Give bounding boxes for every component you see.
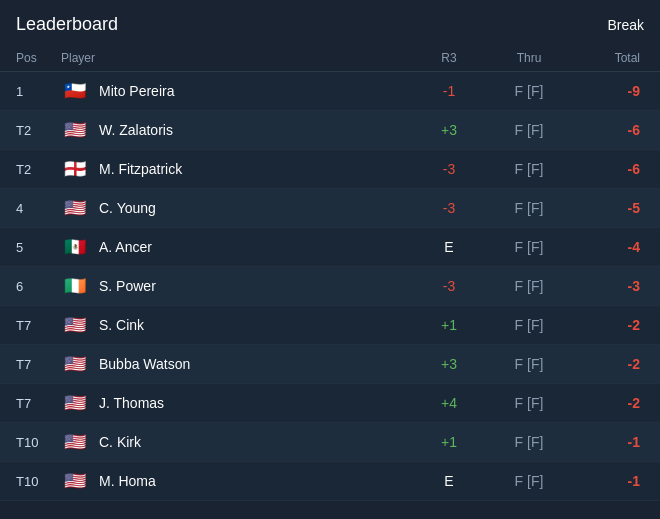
player-pos: T10 bbox=[16, 474, 61, 489]
player-total: -6 bbox=[574, 161, 644, 177]
table-row: T2 🏴󠁧󠁢󠁥󠁮󠁧󠁿 M. Fitzpatrick -3 F [F] -6 bbox=[0, 150, 660, 189]
leaderboard-header: Leaderboard Break bbox=[0, 0, 660, 45]
player-info: 🇺🇸 J. Thomas bbox=[61, 393, 414, 413]
player-pos: T7 bbox=[16, 357, 61, 372]
player-flag: 🇺🇸 bbox=[61, 315, 89, 335]
player-thru: F [F] bbox=[484, 434, 574, 450]
player-name: Mito Pereira bbox=[99, 83, 174, 99]
player-pos: T7 bbox=[16, 396, 61, 411]
player-flag: 🇺🇸 bbox=[61, 432, 89, 452]
table-row: 4 🇺🇸 C. Young -3 F [F] -5 bbox=[0, 189, 660, 228]
player-total: -1 bbox=[574, 473, 644, 489]
table-row: T2 🇺🇸 W. Zalatoris +3 F [F] -6 bbox=[0, 111, 660, 150]
table-row: 6 🇮🇪 S. Power -3 F [F] -3 bbox=[0, 267, 660, 306]
column-headers: Pos Player R3 Thru Total bbox=[0, 45, 660, 72]
leaderboard-container: Leaderboard Break Pos Player R3 Thru Tot… bbox=[0, 0, 660, 501]
player-thru: F [F] bbox=[484, 239, 574, 255]
player-flag: 🇺🇸 bbox=[61, 120, 89, 140]
player-info: 🇺🇸 Bubba Watson bbox=[61, 354, 414, 374]
player-name: M. Homa bbox=[99, 473, 156, 489]
col-header-total: Total bbox=[574, 51, 644, 65]
col-header-player: Player bbox=[61, 51, 414, 65]
break-label: Break bbox=[607, 17, 644, 33]
player-thru: F [F] bbox=[484, 473, 574, 489]
player-name: W. Zalatoris bbox=[99, 122, 173, 138]
player-info: 🇮🇪 S. Power bbox=[61, 276, 414, 296]
player-name: Bubba Watson bbox=[99, 356, 190, 372]
table-row: 1 🇨🇱 Mito Pereira -1 F [F] -9 bbox=[0, 72, 660, 111]
player-flag: 🏴󠁧󠁢󠁥󠁮󠁧󠁿 bbox=[61, 159, 89, 179]
player-r3: -3 bbox=[414, 161, 484, 177]
player-r3: +3 bbox=[414, 356, 484, 372]
player-name: M. Fitzpatrick bbox=[99, 161, 182, 177]
player-pos: T2 bbox=[16, 123, 61, 138]
player-total: -3 bbox=[574, 278, 644, 294]
player-info: 🇲🇽 A. Ancer bbox=[61, 237, 414, 257]
player-pos: T2 bbox=[16, 162, 61, 177]
player-thru: F [F] bbox=[484, 317, 574, 333]
player-pos: T7 bbox=[16, 318, 61, 333]
col-header-r3: R3 bbox=[414, 51, 484, 65]
player-info: 🇺🇸 S. Cink bbox=[61, 315, 414, 335]
player-name: C. Young bbox=[99, 200, 156, 216]
player-total: -2 bbox=[574, 395, 644, 411]
leaderboard-title: Leaderboard bbox=[16, 14, 118, 35]
player-thru: F [F] bbox=[484, 161, 574, 177]
player-info: 🇺🇸 M. Homa bbox=[61, 471, 414, 491]
player-total: -2 bbox=[574, 317, 644, 333]
player-total: -1 bbox=[574, 434, 644, 450]
player-flag: 🇺🇸 bbox=[61, 471, 89, 491]
player-thru: F [F] bbox=[484, 356, 574, 372]
player-r3: -3 bbox=[414, 200, 484, 216]
player-name: A. Ancer bbox=[99, 239, 152, 255]
player-list: 1 🇨🇱 Mito Pereira -1 F [F] -9 T2 🇺🇸 W. Z… bbox=[0, 72, 660, 501]
player-thru: F [F] bbox=[484, 83, 574, 99]
player-thru: F [F] bbox=[484, 395, 574, 411]
player-pos: 1 bbox=[16, 84, 61, 99]
player-pos: T10 bbox=[16, 435, 61, 450]
table-row: T10 🇺🇸 M. Homa E F [F] -1 bbox=[0, 462, 660, 501]
player-r3: +3 bbox=[414, 122, 484, 138]
player-thru: F [F] bbox=[484, 278, 574, 294]
player-flag: 🇮🇪 bbox=[61, 276, 89, 296]
player-flag: 🇲🇽 bbox=[61, 237, 89, 257]
table-row: T7 🇺🇸 J. Thomas +4 F [F] -2 bbox=[0, 384, 660, 423]
col-header-pos: Pos bbox=[16, 51, 61, 65]
table-row: 5 🇲🇽 A. Ancer E F [F] -4 bbox=[0, 228, 660, 267]
player-r3: +1 bbox=[414, 434, 484, 450]
player-total: -4 bbox=[574, 239, 644, 255]
player-thru: F [F] bbox=[484, 122, 574, 138]
player-r3: -3 bbox=[414, 278, 484, 294]
player-r3: +4 bbox=[414, 395, 484, 411]
player-pos: 4 bbox=[16, 201, 61, 216]
player-name: J. Thomas bbox=[99, 395, 164, 411]
player-info: 🏴󠁧󠁢󠁥󠁮󠁧󠁿 M. Fitzpatrick bbox=[61, 159, 414, 179]
table-row: T7 🇺🇸 S. Cink +1 F [F] -2 bbox=[0, 306, 660, 345]
player-total: -2 bbox=[574, 356, 644, 372]
table-row: T7 🇺🇸 Bubba Watson +3 F [F] -2 bbox=[0, 345, 660, 384]
player-name: S. Cink bbox=[99, 317, 144, 333]
player-info: 🇨🇱 Mito Pereira bbox=[61, 81, 414, 101]
player-r3: -1 bbox=[414, 83, 484, 99]
player-pos: 6 bbox=[16, 279, 61, 294]
player-flag: 🇺🇸 bbox=[61, 198, 89, 218]
player-info: 🇺🇸 C. Young bbox=[61, 198, 414, 218]
player-total: -6 bbox=[574, 122, 644, 138]
player-total: -9 bbox=[574, 83, 644, 99]
col-header-thru: Thru bbox=[484, 51, 574, 65]
player-total: -5 bbox=[574, 200, 644, 216]
player-name: C. Kirk bbox=[99, 434, 141, 450]
player-flag: 🇺🇸 bbox=[61, 393, 89, 413]
player-pos: 5 bbox=[16, 240, 61, 255]
player-flag: 🇺🇸 bbox=[61, 354, 89, 374]
player-r3: +1 bbox=[414, 317, 484, 333]
player-r3: E bbox=[414, 473, 484, 489]
player-name: S. Power bbox=[99, 278, 156, 294]
player-r3: E bbox=[414, 239, 484, 255]
player-info: 🇺🇸 C. Kirk bbox=[61, 432, 414, 452]
table-row: T10 🇺🇸 C. Kirk +1 F [F] -1 bbox=[0, 423, 660, 462]
player-flag: 🇨🇱 bbox=[61, 81, 89, 101]
player-thru: F [F] bbox=[484, 200, 574, 216]
player-info: 🇺🇸 W. Zalatoris bbox=[61, 120, 414, 140]
